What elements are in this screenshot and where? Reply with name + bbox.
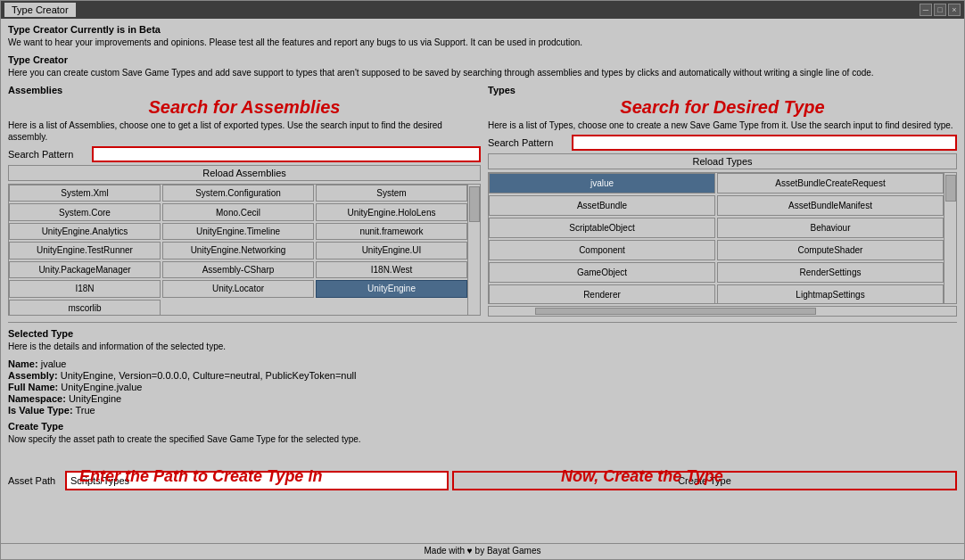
types-scrollbar[interactable] [944, 173, 956, 303]
type-item[interactable]: GameObject [489, 262, 715, 283]
type-item[interactable]: AssetBundleManifest [717, 195, 944, 216]
create-type-desc: Now specify the asset path to create the… [8, 433, 957, 446]
assembly-item[interactable]: UnityEngine.HoloLens [316, 203, 467, 220]
type-item[interactable]: ScriptableObject [489, 218, 715, 238]
assembly-item[interactable]: System.Configuration [162, 185, 314, 202]
type-item[interactable]: Renderer [489, 284, 715, 303]
type-item[interactable]: RenderSettings [717, 262, 944, 283]
create-type-title: Create Type [8, 421, 957, 432]
tab-type-creator[interactable]: Type Creator [4, 3, 76, 17]
assemblies-grid: System.XmlSystem.ConfigurationSystemSyst… [9, 185, 467, 315]
namespace-value: UnityEngine [69, 393, 121, 404]
types-search-input[interactable] [572, 135, 957, 151]
assembly-item[interactable]: Mono.Cecil [162, 203, 314, 220]
selected-type-desc: Here is the details and information of t… [8, 341, 957, 353]
assembly-label: Assembly: [8, 370, 58, 381]
footer: Made with ♥ by Bayat Games [1, 543, 964, 559]
types-desc: Here is a list of Types, choose one to c… [488, 119, 957, 131]
assembly-item[interactable]: System [316, 185, 467, 202]
types-hscroll[interactable] [488, 306, 957, 317]
create-type-row-wrapper: Enter the Path to Create Type in Now, Cr… [8, 471, 957, 490]
type-item[interactable]: Behaviour [717, 218, 944, 238]
assemblies-scrollbar[interactable] [467, 185, 480, 315]
assembly-item[interactable]: UnityEngine.Analytics [9, 223, 161, 240]
asset-path-row: Asset Path Create Type [8, 471, 957, 490]
selected-type-title: Selected Type [8, 328, 957, 339]
assembly-value: UnityEngine, Version=0.0.0.0, Culture=ne… [61, 370, 357, 381]
reload-types-button[interactable]: Reload Types [488, 153, 957, 169]
assembly-item[interactable]: Assembly-CSharp [162, 261, 314, 278]
assembly-item[interactable]: UnityEngine.TestRunner [9, 242, 161, 259]
title-bar-left: Type Creator [4, 3, 76, 17]
divider-1 [8, 322, 957, 323]
type-item[interactable]: AssetBundleCreateRequest [717, 173, 944, 194]
assembly-item[interactable]: mscorlib [9, 300, 161, 315]
assembly-item[interactable]: UnityEngine [316, 280, 467, 297]
assemblies-search-label: Search Pattern [8, 149, 88, 160]
types-label: Types [488, 85, 957, 95]
asset-path-input[interactable] [65, 471, 449, 490]
asset-path-label: Asset Path [8, 475, 62, 486]
namespace-field-row: Namespace: UnityEngine [8, 393, 957, 404]
assembly-item[interactable]: System.Core [9, 203, 161, 220]
assemblies-search-row: Search Pattern [8, 146, 481, 162]
title-bar: Type Creator ─ □ × [1, 1, 964, 19]
type-item[interactable]: AssetBundle [489, 195, 715, 216]
title-bar-right: ─ □ × [920, 4, 961, 16]
close-button[interactable]: × [948, 4, 961, 16]
assembly-field-row: Assembly: UnityEngine, Version=0.0.0.0, … [8, 370, 957, 381]
assembly-item[interactable]: System.Xml [9, 185, 161, 202]
type-item[interactable]: Component [489, 240, 715, 260]
full-name-label: Full Name: [8, 382, 58, 392]
selected-type-section: Selected Type Here is the details and in… [8, 328, 957, 416]
type-item[interactable]: jvalue [489, 173, 715, 194]
type-creator-title: Type Creator [8, 54, 957, 65]
reload-assemblies-button[interactable]: Reload Assemblies [8, 165, 481, 181]
types-hscroll-thumb[interactable] [535, 308, 815, 315]
name-label: Name: [8, 358, 38, 369]
assemblies-types-columns: Assemblies Search for Assemblies Here is… [8, 85, 957, 317]
main-window: Type Creator ─ □ × Type Creator Currentl… [0, 0, 965, 560]
types-search-label: Search Pattern [488, 137, 568, 148]
assemblies-search-input[interactable] [92, 146, 481, 162]
type-creator-description: Here you can create custom Save Game Typ… [8, 67, 957, 79]
create-type-button[interactable]: Create Type [452, 471, 957, 490]
is-value-field-row: Is Value Type: True [8, 405, 957, 416]
types-column: Types Search for Desired Type Here is a … [488, 85, 957, 317]
is-value-label: Is Value Type: [8, 405, 73, 416]
main-content: Type Creator Currently is in Beta We wan… [1, 19, 964, 543]
minimize-button[interactable]: ─ [920, 4, 932, 16]
assembly-item[interactable]: UnityEngine.Networking [162, 242, 314, 259]
assembly-item[interactable]: I18N [9, 280, 161, 297]
types-annotation: Search for Desired Type [488, 97, 957, 118]
footer-text: Made with ♥ by Bayat Games [425, 546, 541, 556]
assemblies-column: Assemblies Search for Assemblies Here is… [8, 85, 481, 317]
type-item[interactable]: LightmapSettings [717, 284, 944, 303]
assemblies-annotation: Search for Assemblies [8, 97, 481, 118]
beta-notice: Type Creator Currently is in Beta We wan… [8, 24, 957, 49]
name-value: jvalue [41, 358, 67, 369]
type-item[interactable]: ComputeShader [717, 240, 944, 260]
namespace-label: Namespace: [8, 393, 66, 404]
assemblies-desc: Here is a list of Assemblies, choose one… [8, 119, 481, 143]
assemblies-label: Assemblies [8, 85, 481, 95]
types-search-row: Search Pattern [488, 135, 957, 151]
assembly-item[interactable]: nunit.framework [316, 223, 467, 240]
assembly-item[interactable]: Unity.PackageManager [9, 261, 161, 278]
types-scroll-thumb[interactable] [945, 175, 956, 202]
restore-button[interactable]: □ [934, 4, 946, 16]
assembly-item[interactable]: UnityEngine.Timeline [162, 223, 314, 240]
is-value-value: True [75, 405, 95, 416]
beta-title: Type Creator Currently is in Beta [8, 24, 957, 35]
assembly-item[interactable]: I18N.West [316, 261, 467, 278]
assembly-item[interactable]: UnityEngine.UI [316, 242, 467, 259]
name-field-row: Name: jvalue [8, 358, 957, 369]
create-type-section: Create Type Now specify the asset path t… [8, 421, 957, 490]
types-grid: jvalueAssetBundleCreateRequestAssetBundl… [489, 173, 944, 303]
full-name-field-row: Full Name: UnityEngine.jvalue [8, 382, 957, 392]
assemblies-scroll-thumb[interactable] [469, 186, 480, 222]
assembly-item[interactable]: Unity.Locator [162, 280, 314, 297]
assemblies-list: System.XmlSystem.ConfigurationSystemSyst… [9, 185, 467, 315]
beta-desc: We want to hear your improvements and op… [8, 37, 957, 49]
types-list: jvalueAssetBundleCreateRequestAssetBundl… [489, 173, 944, 303]
